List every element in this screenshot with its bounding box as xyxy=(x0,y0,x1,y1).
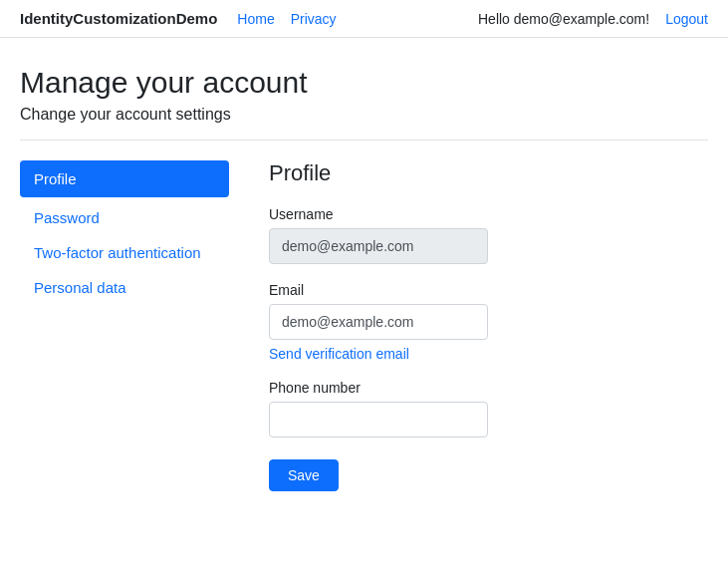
save-button[interactable]: Save xyxy=(269,459,339,491)
page-subtitle: Change your account settings xyxy=(20,106,708,124)
sidebar-item-two-factor[interactable]: Two-factor authentication xyxy=(20,236,229,269)
page-header: Manage your account Change your account … xyxy=(0,38,728,140)
navbar: IdentityCustomizationDemo Home Privacy H… xyxy=(0,0,728,38)
nav-brand[interactable]: IdentityCustomizationDemo xyxy=(20,10,217,27)
profile-content: Profile Username Email Send verification… xyxy=(249,160,708,491)
username-group: Username xyxy=(269,206,708,264)
sidebar: Profile Password Two-factor authenticati… xyxy=(20,160,229,491)
nav-right: Hello demo@example.com! Logout xyxy=(478,11,708,27)
nav-logout[interactable]: Logout xyxy=(665,11,708,27)
phone-label: Phone number xyxy=(269,380,708,396)
profile-section-title: Profile xyxy=(269,160,708,186)
phone-field[interactable] xyxy=(269,402,488,437)
nav-link-privacy[interactable]: Privacy xyxy=(291,11,337,27)
sidebar-item-password[interactable]: Password xyxy=(20,201,229,234)
sidebar-item-personal-data[interactable]: Personal data xyxy=(20,271,229,304)
nav-links: Home Privacy xyxy=(237,11,478,27)
page-title: Manage your account xyxy=(20,66,708,100)
email-group: Email Send verification email xyxy=(269,282,708,362)
email-label: Email xyxy=(269,282,708,298)
main-layout: Profile Password Two-factor authenticati… xyxy=(0,141,728,511)
username-field xyxy=(269,228,488,264)
phone-group: Phone number xyxy=(269,380,708,437)
nav-link-home[interactable]: Home xyxy=(237,11,274,27)
email-field[interactable] xyxy=(269,304,488,340)
sidebar-item-profile[interactable]: Profile xyxy=(20,160,229,197)
send-verification-link[interactable]: Send verification email xyxy=(269,346,708,362)
username-label: Username xyxy=(269,206,708,222)
nav-hello: Hello demo@example.com! xyxy=(478,11,649,27)
